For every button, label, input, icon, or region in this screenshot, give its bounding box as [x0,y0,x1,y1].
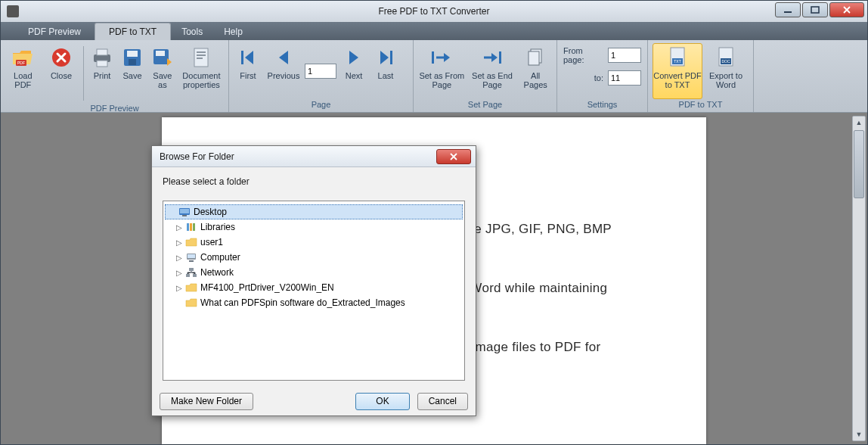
dialog-footer: Make New Folder OK Cancel [152,387,476,415]
svg-rect-19 [432,51,434,64]
expand-icon[interactable]: ▷ [175,285,182,291]
svg-rect-40 [193,274,197,277]
svg-rect-36 [188,254,195,258]
next-page-button[interactable]: Next [339,43,368,99]
folder-open-icon: PDF [11,45,35,70]
document-properties-icon [189,45,213,70]
svg-text:DOC: DOC [721,59,730,64]
svg-rect-14 [197,51,206,53]
svg-rect-16 [197,58,203,59]
titlebar: Free PDF to TXT Converter [1,1,867,22]
svg-rect-17 [241,51,243,64]
first-page-icon [236,45,260,70]
dialog-message: Please select a folder [163,176,465,187]
tab-pdf-to-txt[interactable]: PDF to TXT [95,23,171,40]
all-pages-icon [523,45,547,70]
ok-button[interactable]: OK [355,393,409,410]
computer-icon [185,252,197,263]
txt-file-icon: TXT [665,45,690,70]
group-title-settings: Settings [557,100,647,112]
page-number-input[interactable] [305,64,336,79]
scroll-up-arrow-icon[interactable]: ▲ [853,117,865,129]
load-pdf-button[interactable]: PDF Load PDF [5,43,41,99]
tree-node-desktop[interactable]: ▷ Desktop [165,204,463,219]
tab-pdf-preview[interactable]: PDF Preview [14,23,95,40]
ribbon-group-pdf-to-txt: TXT Convert PDF to TXT DOC Export to Wor… [648,40,754,112]
set-from-page-button[interactable]: Set as From Page [418,43,466,99]
svg-rect-20 [499,51,501,64]
svg-rect-1 [811,7,819,13]
dialog-close-button[interactable] [436,149,471,164]
expand-icon[interactable]: ▷ [175,254,182,261]
expand-icon[interactable]: ▷ [175,269,182,276]
tree-node-mf4100[interactable]: ▷ MF4100_PrtDriver_V200Win_EN [165,280,463,295]
all-pages-button[interactable]: All Pages [519,43,552,99]
svg-rect-12 [156,51,165,56]
svg-rect-33 [190,223,192,231]
from-page-input[interactable] [608,48,641,63]
tree-node-extracted-images[interactable]: ▷ What can PDFSpin software do_Extracted… [165,295,463,310]
close-button[interactable]: Close [44,43,79,99]
svg-rect-37 [189,260,194,262]
maximize-button[interactable] [802,2,828,17]
tree-node-libraries[interactable]: ▷ Libraries [165,219,463,235]
printer-icon [90,45,114,70]
cancel-button[interactable]: Cancel [417,393,468,410]
previous-page-icon [271,45,296,70]
set-end-page-button[interactable]: Set as End Page [469,43,516,99]
group-title-pdf-to-txt: PDF to TXT [648,100,753,112]
make-new-folder-button[interactable]: Make New Folder [160,393,253,410]
svg-rect-9 [127,51,138,57]
from-page-label: From page: [563,46,603,64]
svg-rect-15 [197,54,206,56]
ribbon-tabstrip: PDF Preview PDF to TXT Tools Help [1,22,867,40]
minimize-button[interactable] [775,2,801,17]
window-buttons [775,2,864,17]
previous-page-button[interactable]: Previous [265,43,302,99]
desktop-icon [178,207,191,217]
browse-for-folder-dialog: Browse For Folder Please select a folder… [151,145,476,416]
expand-icon[interactable]: ▷ [175,224,182,231]
tab-tools[interactable]: Tools [171,23,213,40]
save-as-button[interactable]: Save as [149,43,176,99]
first-page-button[interactable]: First [234,43,262,99]
svg-rect-10 [129,59,136,65]
close-window-button[interactable] [829,2,864,17]
svg-text:TXT: TXT [674,59,680,64]
document-properties-button[interactable]: Document properties [179,43,224,99]
scroll-down-arrow-icon[interactable]: ▼ [853,428,865,440]
dialog-titlebar: Browse For Folder [152,146,476,167]
svg-rect-18 [390,51,392,64]
convert-pdf-to-txt-button[interactable]: TXT Convert PDF to TXT [653,43,702,99]
window-title: Free PDF to TXT Converter [1,6,867,17]
ribbon-group-page: First Previous Next Last Page [229,40,414,112]
svg-rect-6 [97,49,107,55]
tree-node-computer[interactable]: ▷ Computer [165,250,463,265]
folder-tree[interactable]: ▷ Desktop ▷ Libraries ▷ user1 ▷ Computer… [163,201,465,381]
tab-help[interactable]: Help [213,23,253,40]
to-page-input[interactable] [608,70,641,86]
last-page-button[interactable]: Last [371,43,400,99]
scrollbar-thumb[interactable] [854,130,864,198]
svg-rect-0 [784,11,792,13]
close-circle-icon [49,45,73,70]
group-title-set-page: Set Page [414,100,556,112]
ribbon: PDF Load PDF Close Print Save [1,40,867,113]
svg-rect-7 [97,61,107,67]
dialog-title: Browse For Folder [160,151,436,162]
print-button[interactable]: Print [88,43,116,99]
expand-icon[interactable]: ▷ [175,239,182,246]
save-button[interactable]: Save [119,43,146,99]
to-page-label: to: [594,73,603,82]
tree-node-network[interactable]: ▷ Network [165,265,463,280]
page-number-box [305,43,336,99]
save-icon [120,45,144,70]
network-icon [185,267,197,278]
vertical-scrollbar[interactable]: ▲ ▼ [852,116,866,441]
svg-rect-38 [189,268,194,271]
tree-node-user1[interactable]: ▷ user1 [165,235,463,250]
folder-icon [185,297,197,308]
set-from-page-icon [429,45,454,70]
libraries-icon [185,222,197,232]
export-to-word-button[interactable]: DOC Export to Word [705,43,746,99]
